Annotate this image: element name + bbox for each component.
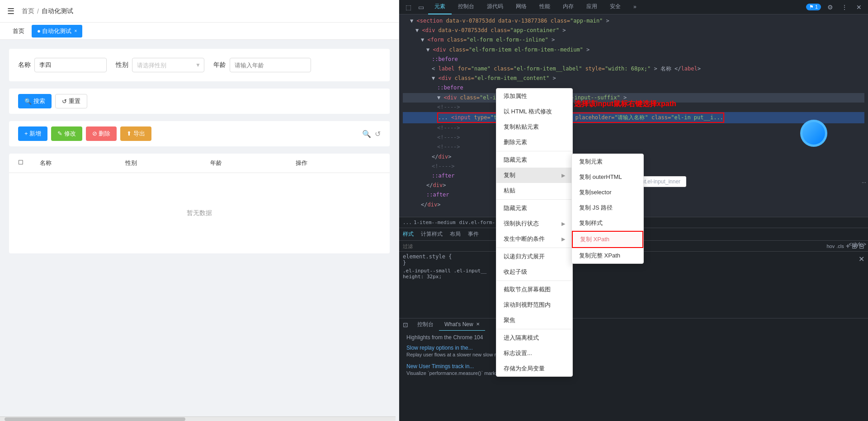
devtools-console-prompt-icon[interactable]: ⊡ [403,321,408,328]
ctx-copy-paste[interactable]: 复制粘贴元素 [496,119,572,135]
bottom-tab-whatsnew[interactable]: What's New ✕ [439,318,485,331]
add-button[interactable]: + 新增 [18,126,47,141]
devtools-settings-icon[interactable]: ⚙ [825,2,835,13]
ctx-delete[interactable]: 删除元素 [496,135,572,150]
dom-line[interactable]: ▼ <section data-v-078753dd data-v-138773… [403,16,864,26]
ctx-screenshot[interactable]: 截取节点屏幕截图 [496,282,572,297]
dom-line[interactable]: ▼ <div class="el-form-item el-form-item-… [403,45,864,55]
gender-select[interactable]: 请选择性别 男 女 [132,58,204,72]
table-col-gender: 性别 [125,159,211,167]
search-button[interactable]: 🔍 搜索 [18,94,52,108]
devtools-badge[interactable]: ⚑ 1 [806,4,821,10]
submenu-copy-element[interactable]: 复制元素 [572,154,643,169]
bc-form-item[interactable]: 1-item--medium [414,220,456,225]
search-icon: 🔍 [24,98,32,105]
tab-events[interactable]: 事件 [468,230,479,238]
whats-new-item-1: Slow replay options in the... Replay use… [406,344,861,357]
submenu-copy-outerhtml[interactable]: 复制 outerHTML [572,169,643,185]
devtools-tab-memory[interactable]: 内存 [557,0,580,14]
submenu-copy-xpath[interactable]: 复制 XPath [572,231,643,248]
dom-line[interactable]: ::before [403,83,864,93]
h-scrollbar[interactable] [0,416,396,421]
whats-new-close-icon[interactable]: ✕ [476,322,480,327]
submenu-copy-style[interactable]: 复制样式 [572,215,643,231]
dom-line[interactable]: ▼ <form class="el-form el-form--inline" … [403,35,864,45]
menu-icon[interactable]: ☰ [7,6,14,16]
devtools-cursor-icon[interactable]: ⬚ [403,2,414,13]
devtools-tab-console[interactable]: 控制台 [452,0,481,14]
whats-new-panel-close[interactable]: ✕ [855,253,868,265]
age-input[interactable] [230,58,311,72]
ctx-hide[interactable]: 隐藏元素 [496,201,572,216]
devtools-tab-network[interactable]: 网络 [509,0,533,14]
tab-layout[interactable]: 布局 [450,230,461,238]
delete-button[interactable]: ⊘ 删除 [86,126,117,141]
devtools-tab-elements[interactable]: 元素 [428,0,452,14]
ctx-paste[interactable]: 粘贴 [496,183,572,198]
export-button[interactable]: ⬆ 导出 [120,126,151,141]
submenu-copy-full-xpath[interactable]: 复制完整 XPath [572,248,643,263]
whats-new-link-2[interactable]: New User Timings track in... [406,363,474,370]
hov-button[interactable]: hov [826,243,835,249]
dom-line[interactable]: < label for="name" class="el-form-item__… [403,64,864,74]
reset-button[interactable]: ↺ 重置 [55,94,87,108]
break-condition-arrow: ▶ [561,236,565,242]
ctx-scroll-into-view[interactable]: 滚动到视野范围内 [496,297,572,313]
tab-styles[interactable]: 样式 [403,230,414,238]
devtools-tab-application[interactable]: 应用 [580,0,604,14]
devtools-device-icon[interactable]: ▭ [415,2,426,13]
table-refresh-icon[interactable]: ↺ [375,130,381,138]
table-btn-group: + 新增 ✎ 修改 ⊘ 删除 ⬆ 导出 [18,126,151,141]
tab-computed[interactable]: 计算样式 [421,230,443,238]
cls-button[interactable]: .cls [836,243,844,249]
tab-automation-label: ● 自动化测试 [37,27,71,35]
tab-automation[interactable]: ● 自动化测试 × [32,25,82,37]
dom-line[interactable]: ▼ <div data-v-078753dd class="app-contai… [403,26,864,35]
ctx-store-global[interactable]: 存储为全局变量 [496,361,572,376]
gender-label: 性别 [116,61,128,69]
ctx-force-state[interactable]: 强制执行状态 ▶ [496,216,572,231]
ctx-badge-settings[interactable]: 标志设置... [496,346,572,361]
ctx-break-condition[interactable]: 发生中断的条件 ▶ [496,231,572,247]
edit-button[interactable]: ✎ 修改 [51,126,82,141]
devtools-tab-performance[interactable]: 性能 [533,0,557,14]
submenu-copy-js-path[interactable]: 复制 JS 路径 [572,200,643,215]
whats-new-title: Highlights from the Chrome 104 [406,334,861,341]
ctx-copy[interactable]: 复制 ▶ [496,168,572,183]
bottom-tab-console[interactable]: 控制台 [412,318,439,331]
avatar-image [802,122,825,145]
table-search-icon[interactable]: 🔍 [362,130,371,138]
ctx-focus[interactable]: 聚焦 [496,313,572,328]
dom-line[interactable]: <!----> [403,133,864,142]
tab-home[interactable]: 首页 [7,25,30,37]
ctx-isolation-mode[interactable]: 进入隔离模式 [496,330,572,346]
devtools-tab-security[interactable]: 安全 [604,0,627,14]
ctx-collapse[interactable]: 收起子级 [496,264,572,280]
ctx-add-attr[interactable]: 添加属性 [496,89,572,104]
submenu-copy-selector[interactable]: 复制selector [572,185,643,200]
dom-line-highlighted[interactable]: ▼ <div class="el-input el-input--small e… [403,93,864,103]
avatar-circle [800,120,827,147]
devtools-tab-more[interactable]: » [627,0,643,14]
ctx-more-below[interactable]: 隐藏元素 [496,152,572,168]
h-scrollbar-thumb[interactable] [5,417,185,421]
devtools-close-icon[interactable]: ✕ [854,2,864,13]
breadcrumb-home[interactable]: 首页 [22,7,34,15]
name-input[interactable] [34,58,107,72]
dom-line[interactable]: <!----> [403,123,864,133]
bc-div-form[interactable]: div.el-form- [459,220,495,225]
ctx-edit-html[interactable]: 以 HTML 格式修改 [496,104,572,119]
dom-line[interactable]: <!----> [403,142,864,152]
devtools-vertical-dots-icon[interactable]: ⋮ [839,2,850,13]
dom-line[interactable]: <!----> [403,103,864,112]
table-checkbox-header[interactable]: ☐ [18,159,40,167]
dom-line[interactable]: ▼ <div class="el-form-item__content" > [403,74,864,83]
ctx-expand[interactable]: 以递归方式展开 [496,249,572,264]
dom-line[interactable]: ::before [403,55,864,64]
whats-new-link-1[interactable]: Slow replay options in the... [406,345,473,351]
dom-line-selected[interactable]: ... <input type="text" autocomplete="off… [403,112,864,123]
devtools-tab-sources[interactable]: 源代码 [481,0,509,14]
tab-close-icon[interactable]: × [74,28,77,33]
top-bar: ☰ 首页 / 自动化测试 [0,0,399,23]
tab-home-label: 首页 [13,27,24,35]
